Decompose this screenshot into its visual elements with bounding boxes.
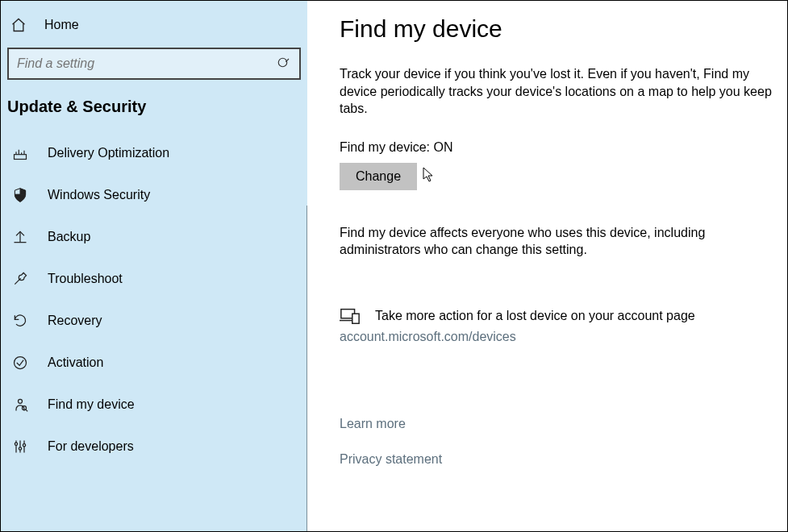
wrench-icon: [10, 271, 30, 287]
nav-list: Delivery Optimization: [7, 132, 302, 468]
sidebar-item-label: Recovery: [48, 314, 102, 328]
status-line: Find my device: ON: [340, 140, 778, 155]
sidebar-item-label: Activation: [48, 355, 103, 370]
search-icon: [277, 56, 291, 71]
sidebar-item-backup[interactable]: Backup: [7, 216, 302, 258]
devices-icon: [340, 307, 361, 325]
svg-line-6: [15, 278, 20, 285]
home-icon: [9, 17, 28, 33]
status-label: Find my device:: [340, 140, 433, 154]
svg-line-10: [26, 409, 27, 412]
delivery-optimization-icon: [10, 145, 30, 161]
sidebar-item-activation[interactable]: Activation: [7, 342, 302, 384]
search-field[interactable]: [17, 56, 277, 71]
page-title: Find my device: [340, 15, 778, 43]
svg-point-0: [278, 58, 287, 67]
backup-icon: [10, 229, 30, 245]
sidebar-item-label: Troubleshoot: [48, 272, 123, 286]
sidebar-item-find-my-device[interactable]: Find my device: [7, 384, 302, 426]
sidebar-item-for-developers[interactable]: For developers: [7, 426, 302, 468]
sidebar-item-label: For developers: [48, 439, 134, 454]
svg-rect-19: [352, 314, 359, 323]
main-content: Find my device Track your device if you …: [307, 1, 787, 531]
action-text: Take more action for a lost device on yo…: [375, 309, 695, 323]
activation-icon: [10, 355, 30, 371]
sidebar-item-label: Backup: [48, 230, 90, 244]
svg-point-14: [15, 443, 17, 445]
recovery-icon: [10, 313, 30, 329]
sidebar-item-recovery[interactable]: Recovery: [7, 300, 302, 342]
svg-point-7: [15, 357, 27, 369]
cursor-icon: [423, 167, 436, 183]
sidebar-item-label: Delivery Optimization: [48, 146, 169, 160]
sidebar-item-troubleshoot[interactable]: Troubleshoot: [7, 258, 302, 300]
sidebar-item-label: Windows Security: [48, 188, 150, 202]
account-devices-link[interactable]: account.microsoft.com/devices: [340, 330, 778, 344]
sidebar-item-delivery-optimization[interactable]: Delivery Optimization: [7, 132, 302, 174]
category-heading: Update & Security: [7, 98, 302, 132]
status-value: ON: [433, 140, 452, 154]
action-row: Take more action for a lost device on yo…: [340, 307, 778, 325]
search-input[interactable]: [7, 48, 301, 80]
intro-text: Track your device if you think you've lo…: [340, 65, 775, 118]
privacy-statement-link[interactable]: Privacy statement: [340, 452, 778, 467]
home-label: Home: [44, 18, 79, 32]
svg-point-8: [19, 399, 23, 403]
affects-text: Find my device affects everyone who uses…: [340, 224, 775, 259]
sidebar: Home Update & Security Deliver: [1, 1, 307, 531]
find-my-device-icon: [10, 397, 30, 413]
svg-point-15: [19, 447, 21, 450]
change-button[interactable]: Change: [340, 163, 417, 190]
sidebar-item-label: Find my device: [48, 397, 135, 412]
learn-more-link[interactable]: Learn more: [340, 417, 778, 431]
svg-rect-2: [15, 155, 27, 160]
developers-icon: [10, 438, 30, 455]
sidebar-item-windows-security[interactable]: Windows Security: [7, 174, 302, 216]
shield-icon: [10, 187, 30, 203]
svg-point-16: [23, 444, 25, 447]
sidebar-item-home[interactable]: Home: [7, 9, 302, 48]
